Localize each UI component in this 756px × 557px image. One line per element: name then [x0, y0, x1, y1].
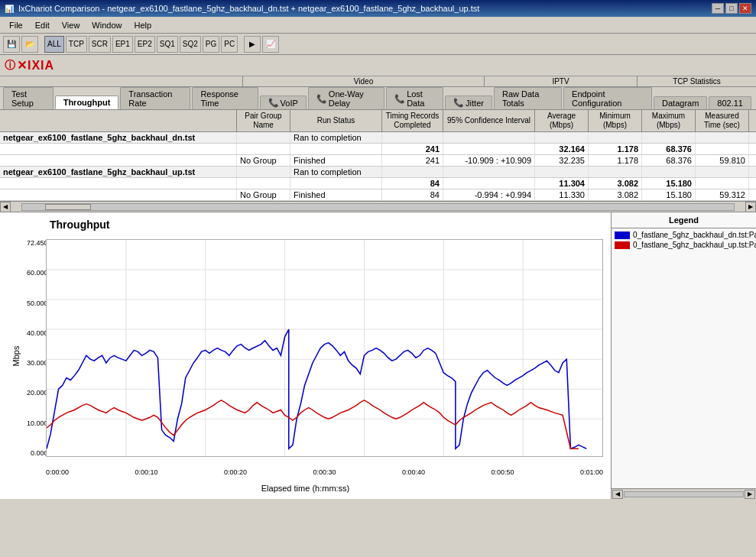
legend-color-up: [615, 241, 630, 249]
scroll-left-button[interactable]: ◀: [0, 202, 11, 212]
list-item: 0_fastlane_5ghz_backhaul_dn.tst:Pa...: [613, 230, 754, 240]
row-dn-detail-time: 59.810: [696, 155, 749, 166]
toolbar-chart[interactable]: 📈: [262, 36, 279, 53]
col-confidence: 95% Confidence Interval: [443, 110, 535, 131]
toolbar-open[interactable]: 📂: [21, 36, 38, 53]
legend-scrollbar[interactable]: ◀ ▶: [612, 488, 756, 499]
chart-legend: Legend 0_fastlane_5ghz_backhaul_dn.tst:P…: [611, 212, 756, 499]
ld-icon: 📞: [394, 94, 405, 104]
toolbar-ep1[interactable]: EP1: [112, 36, 133, 53]
x-tick-40: 0:00:40: [402, 468, 425, 476]
tab-transaction-rate[interactable]: Transaction Rate: [120, 87, 190, 109]
tab-group-headers: Video IPTV TCP Statistics: [0, 76, 756, 87]
toolbar-ep2[interactable]: EP2: [135, 36, 155, 53]
scroll-track[interactable]: [21, 203, 735, 211]
close-button[interactable]: ✕: [739, 3, 751, 14]
x-tick-0: 0:00:00: [46, 468, 69, 476]
x-tick-30: 0:00:30: [313, 468, 336, 476]
toolbar-scr[interactable]: SCR: [89, 36, 111, 53]
chart-svg: [47, 240, 602, 456]
logo-circle-icon: ⓘ: [5, 59, 15, 73]
toolbar-run[interactable]: ▶: [244, 36, 261, 53]
tab-throughput[interactable]: Throughput: [55, 96, 119, 109]
legend-scroll-track[interactable]: [624, 491, 744, 497]
menu-bar: File Edit View Window Help: [0, 17, 756, 34]
row-up-detail-timing: 84: [382, 189, 443, 200]
menu-edit[interactable]: Edit: [29, 19, 56, 31]
toolbar-sq2[interactable]: SQ2: [180, 36, 201, 53]
row-dn-timing: 241: [382, 144, 443, 154]
tab-lost-data[interactable]: 📞Lost Data: [386, 87, 443, 109]
legend-items: 0_fastlane_5ghz_backhaul_dn.tst:Pa... 0_…: [612, 228, 756, 488]
tab-80211[interactable]: 802.11: [709, 96, 751, 109]
col-headers: Pair Group Name Run Status Timing Record…: [0, 110, 756, 132]
col-rel-precision: Relative Precision: [749, 110, 756, 131]
table-row: netgear_ex6100_fastlane_5ghz_backhaul_up…: [0, 167, 756, 178]
row-up-group: No Group: [237, 189, 290, 200]
data-table: Pair Group Name Run Status Timing Record…: [0, 110, 756, 202]
y-tick-0: 0.000: [27, 449, 48, 457]
scroll-thumb[interactable]: [45, 204, 91, 210]
tab-jitter[interactable]: 📞Jitter: [445, 96, 492, 109]
x-tick-50: 0:00:50: [491, 468, 514, 476]
tab-test-setup[interactable]: Test Setup: [3, 87, 54, 109]
minimize-button[interactable]: ─: [712, 3, 724, 14]
row-up-timing: 84: [382, 178, 443, 189]
menu-view[interactable]: View: [56, 19, 86, 31]
maximize-button[interactable]: □: [725, 3, 738, 14]
row-dn-detail-status: Finished: [290, 155, 382, 166]
row-dn-name: netgear_ex6100_fastlane_5ghz_backhaul_dn…: [0, 132, 237, 143]
table-row: No Group Finished 84 -0.994 : +0.994 11.…: [0, 189, 756, 201]
toolbar-save[interactable]: 💾: [3, 36, 20, 53]
row-up-detail-min: 3.082: [589, 189, 642, 200]
x-tick-60: 0:01:00: [580, 468, 603, 476]
y-tick-2: 20.000: [27, 389, 48, 397]
ow-icon: 📞: [316, 94, 327, 104]
col-maximum: Maximum (Mbps): [642, 110, 696, 131]
scroll-right-button[interactable]: ▶: [745, 202, 756, 212]
chart-title: Throughput: [50, 219, 110, 231]
tab-raw-data[interactable]: Raw Data Totals: [494, 87, 562, 109]
tab-group-video: Video: [243, 76, 485, 86]
y-tick-6: 60.000: [27, 269, 48, 277]
chart-container: Throughput Mbps 72.450 60.000 50.000 40.…: [0, 212, 756, 499]
col-name: [0, 110, 237, 131]
toolbar-all[interactable]: ALL: [44, 36, 64, 53]
tab-group-iptv: IPTV: [485, 76, 638, 86]
y-tick-3: 30.000: [27, 359, 48, 367]
row-dn-detail-prec: 33.843: [749, 155, 756, 166]
row-up-detail-time: 59.312: [696, 189, 749, 200]
toolbar-pg[interactable]: PG: [203, 36, 219, 53]
menu-window[interactable]: Window: [86, 19, 128, 31]
title-bar: 📊 IxChariot Comparison - netgear_ex6100_…: [0, 0, 756, 17]
col-measured-time: Measured Time (sec): [696, 110, 749, 131]
legend-scroll-right[interactable]: ▶: [745, 490, 755, 499]
voip-icon: 📞: [268, 98, 279, 108]
row-dn-detail-confidence: -10.909 : +10.909: [443, 155, 535, 166]
x-axis-title: Elapsed time (h:mm:ss): [261, 484, 350, 493]
legend-scroll-left[interactable]: ◀: [612, 490, 623, 499]
menu-file[interactable]: File: [3, 19, 29, 31]
menu-help[interactable]: Help: [128, 19, 157, 31]
tab-datagram[interactable]: Datagram: [654, 96, 707, 109]
toolbar-pc[interactable]: PC: [221, 36, 238, 53]
horizontal-scrollbar[interactable]: ◀ ▶: [0, 202, 756, 212]
row-dn-avg: 32.164: [535, 144, 589, 154]
list-item: 0_fastlane_5ghz_backhaul_up.tst:Pa...: [613, 240, 754, 250]
y-tick-5: 50.000: [27, 300, 48, 307]
col-average: Average (Mbps): [535, 110, 589, 131]
jitter-icon: 📞: [453, 98, 464, 108]
toolbar-sq1[interactable]: SQ1: [157, 36, 178, 53]
tab-one-way-delay[interactable]: 📞One-Way Delay: [308, 87, 384, 109]
y-tick-1: 10.000: [27, 419, 48, 427]
tab-endpoint-config[interactable]: Endpoint Configuration: [563, 87, 652, 109]
row-dn-detail-timing: 241: [382, 155, 443, 166]
row-dn-min: 1.178: [589, 144, 642, 154]
toolbar-tcp[interactable]: TCP: [66, 36, 87, 53]
tab-response-time[interactable]: Response Time: [192, 87, 258, 109]
row-up-min: 3.082: [589, 178, 642, 189]
app-icon: 📊: [5, 5, 14, 13]
tab-voip[interactable]: 📞VoIP: [260, 96, 307, 109]
legend-label-dn: 0_fastlane_5ghz_backhaul_dn.tst:Pa...: [633, 231, 756, 239]
y-axis-ticks: 72.450 60.000 50.000 40.000 30.000 20.00…: [27, 239, 48, 457]
